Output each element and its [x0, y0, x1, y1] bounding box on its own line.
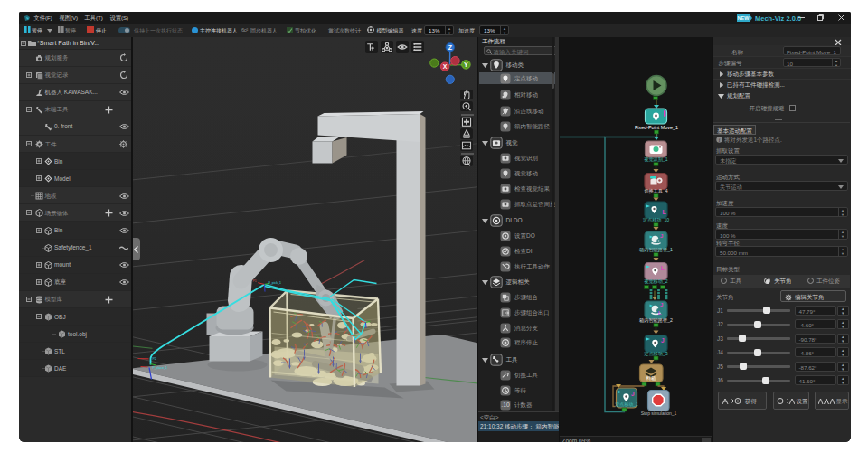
svg-text:Y: Y: [464, 61, 468, 68]
svg-text:J: J: [631, 391, 635, 397]
svg-text:Fixed-Point Move_1: Fixed-Point Move_1: [635, 124, 678, 129]
svg-text:P_pick_1: P_pick_1: [268, 280, 280, 284]
svg-text:J: J: [660, 232, 663, 238]
svg-text:X: X: [442, 63, 447, 70]
svg-text:箱内智能路径_2: 箱内智能路径_2: [639, 317, 673, 324]
svg-text:P2: P2: [152, 356, 156, 360]
svg-text:P1: P1: [252, 278, 256, 282]
svg-text:.10: .10: [501, 401, 510, 408]
svg-text:定点移动_1: 定点移动_1: [615, 401, 638, 408]
svg-text:视觉移动_2: 视觉移动_2: [644, 278, 668, 285]
svg-text:视觉识别_1: 视觉识别_1: [644, 156, 668, 163]
svg-text:Stop simulation_1: Stop simulation_1: [640, 411, 676, 416]
svg-text:箱内智能路径_1: 箱内智能路径_1: [639, 247, 673, 253]
svg-text:J: J: [661, 336, 665, 343]
svg-text:NEW: NEW: [738, 15, 750, 21]
svg-text:J: J: [660, 302, 663, 307]
svg-text:切换工具_4: 切换工具_4: [644, 188, 668, 194]
svg-text:Z: Z: [448, 44, 452, 51]
svg-text:定点移动_3: 定点移动_3: [644, 350, 668, 356]
svg-text:L: L: [661, 264, 665, 270]
svg-text:L: L: [658, 309, 662, 315]
svg-text:定点移动_10: 定点移动_10: [642, 217, 669, 223]
svg-text:L: L: [662, 208, 666, 214]
svg-text:料箱: 料箱: [646, 375, 655, 381]
svg-text:P_place_1: P_place_1: [152, 365, 167, 369]
